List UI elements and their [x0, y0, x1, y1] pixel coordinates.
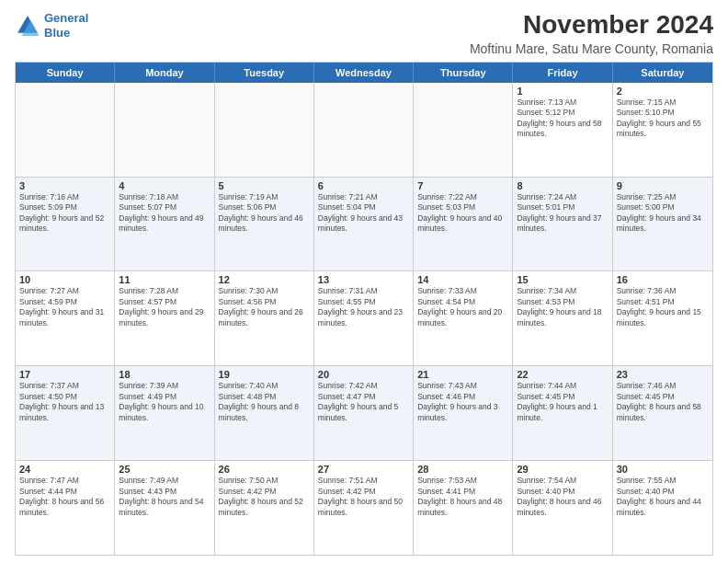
day-number: 2 [617, 86, 709, 97]
day-info: Sunrise: 7:15 AM Sunset: 5:10 PM Dayligh… [617, 98, 709, 140]
calendar-cell [16, 83, 115, 177]
calendar-cell: 1Sunrise: 7:13 AM Sunset: 5:12 PM Daylig… [513, 83, 612, 177]
calendar-cell [115, 83, 214, 177]
day-info: Sunrise: 7:53 AM Sunset: 4:41 PM Dayligh… [417, 476, 508, 518]
calendar-cell: 7Sunrise: 7:22 AM Sunset: 5:03 PM Daylig… [414, 178, 513, 271]
calendar-cell: 18Sunrise: 7:39 AM Sunset: 4:49 PM Dayli… [115, 366, 214, 460]
calendar-body: 1Sunrise: 7:13 AM Sunset: 5:12 PM Daylig… [16, 83, 712, 555]
calendar-cell: 26Sunrise: 7:50 AM Sunset: 4:42 PM Dayli… [215, 461, 314, 555]
day-number: 20 [318, 369, 409, 380]
calendar-cell: 19Sunrise: 7:40 AM Sunset: 4:48 PM Dayli… [215, 366, 314, 460]
day-number: 16 [617, 274, 709, 285]
calendar-cell: 15Sunrise: 7:34 AM Sunset: 4:53 PM Dayli… [513, 271, 612, 365]
calendar-row-5: 24Sunrise: 7:47 AM Sunset: 4:44 PM Dayli… [16, 461, 712, 555]
header-day-wednesday: Wednesday [314, 63, 414, 83]
day-number: 10 [19, 274, 110, 285]
calendar-cell: 14Sunrise: 7:33 AM Sunset: 4:54 PM Dayli… [414, 271, 513, 365]
day-info: Sunrise: 7:16 AM Sunset: 5:09 PM Dayligh… [19, 192, 110, 235]
day-number: 18 [119, 369, 210, 380]
day-info: Sunrise: 7:21 AM Sunset: 5:04 PM Dayligh… [318, 192, 409, 235]
day-info: Sunrise: 7:46 AM Sunset: 4:45 PM Dayligh… [617, 381, 709, 423]
calendar-cell: 6Sunrise: 7:21 AM Sunset: 5:04 PM Daylig… [314, 178, 414, 271]
calendar-cell: 10Sunrise: 7:27 AM Sunset: 4:59 PM Dayli… [16, 271, 115, 365]
calendar-cell: 5Sunrise: 7:19 AM Sunset: 5:06 PM Daylig… [215, 178, 314, 271]
page: General Blue November 2024 Moftinu Mare,… [0, 0, 728, 563]
header-day-saturday: Saturday [613, 63, 712, 83]
day-number: 13 [318, 274, 409, 285]
calendar-cell: 12Sunrise: 7:30 AM Sunset: 4:56 PM Dayli… [215, 271, 314, 365]
day-info: Sunrise: 7:37 AM Sunset: 4:50 PM Dayligh… [19, 381, 110, 423]
calendar-cell: 8Sunrise: 7:24 AM Sunset: 5:01 PM Daylig… [513, 178, 612, 271]
sub-title: Moftinu Mare, Satu Mare County, Romania [470, 41, 713, 56]
calendar-cell: 16Sunrise: 7:36 AM Sunset: 4:51 PM Dayli… [613, 271, 712, 365]
day-number: 8 [517, 180, 608, 191]
day-number: 29 [517, 464, 608, 475]
calendar-cell: 30Sunrise: 7:55 AM Sunset: 4:40 PM Dayli… [613, 461, 712, 555]
logo: General Blue [15, 11, 88, 40]
day-info: Sunrise: 7:19 AM Sunset: 5:06 PM Dayligh… [219, 192, 310, 235]
calendar-cell: 11Sunrise: 7:28 AM Sunset: 4:57 PM Dayli… [115, 271, 214, 365]
calendar-cell: 3Sunrise: 7:16 AM Sunset: 5:09 PM Daylig… [16, 178, 115, 271]
day-info: Sunrise: 7:30 AM Sunset: 4:56 PM Dayligh… [219, 286, 310, 328]
calendar-cell: 21Sunrise: 7:43 AM Sunset: 4:46 PM Dayli… [414, 366, 513, 460]
calendar-cell: 4Sunrise: 7:18 AM Sunset: 5:07 PM Daylig… [115, 178, 214, 271]
calendar-cell: 20Sunrise: 7:42 AM Sunset: 4:47 PM Dayli… [314, 366, 414, 460]
day-number: 17 [19, 369, 110, 380]
day-number: 9 [617, 180, 709, 191]
calendar-row-1: 1Sunrise: 7:13 AM Sunset: 5:12 PM Daylig… [16, 83, 712, 178]
day-info: Sunrise: 7:44 AM Sunset: 4:45 PM Dayligh… [517, 381, 608, 423]
day-number: 7 [417, 180, 508, 191]
day-number: 12 [219, 274, 310, 285]
calendar-cell [314, 83, 414, 177]
day-info: Sunrise: 7:42 AM Sunset: 4:47 PM Dayligh… [318, 381, 409, 423]
calendar-cell: 17Sunrise: 7:37 AM Sunset: 4:50 PM Dayli… [16, 366, 115, 460]
day-number: 30 [617, 464, 709, 475]
logo-blue: Blue [44, 26, 88, 40]
calendar-cell: 25Sunrise: 7:49 AM Sunset: 4:43 PM Dayli… [115, 461, 214, 555]
day-number: 21 [417, 369, 508, 380]
day-number: 22 [517, 369, 608, 380]
day-number: 15 [517, 274, 608, 285]
day-info: Sunrise: 7:51 AM Sunset: 4:42 PM Dayligh… [318, 476, 409, 518]
day-info: Sunrise: 7:54 AM Sunset: 4:40 PM Dayligh… [517, 476, 608, 518]
calendar-row-4: 17Sunrise: 7:37 AM Sunset: 4:50 PM Dayli… [16, 366, 712, 461]
calendar-cell: 29Sunrise: 7:54 AM Sunset: 4:40 PM Dayli… [513, 461, 612, 555]
calendar-row-3: 10Sunrise: 7:27 AM Sunset: 4:59 PM Dayli… [16, 271, 712, 366]
day-info: Sunrise: 7:13 AM Sunset: 5:12 PM Dayligh… [517, 98, 608, 140]
day-info: Sunrise: 7:31 AM Sunset: 4:55 PM Dayligh… [318, 286, 409, 328]
header-day-thursday: Thursday [414, 63, 513, 83]
header: General Blue November 2024 Moftinu Mare,… [15, 11, 713, 56]
calendar-cell [414, 83, 513, 177]
title-section: November 2024 Moftinu Mare, Satu Mare Co… [470, 11, 713, 56]
day-number: 4 [119, 180, 210, 191]
logo-icon [15, 13, 40, 39]
day-number: 26 [219, 464, 310, 475]
calendar-cell: 9Sunrise: 7:25 AM Sunset: 5:00 PM Daylig… [613, 178, 712, 271]
calendar-cell: 28Sunrise: 7:53 AM Sunset: 4:41 PM Dayli… [414, 461, 513, 555]
logo-general: General [44, 11, 88, 25]
calendar-cell: 24Sunrise: 7:47 AM Sunset: 4:44 PM Dayli… [16, 461, 115, 555]
day-info: Sunrise: 7:43 AM Sunset: 4:46 PM Dayligh… [417, 381, 508, 423]
header-day-friday: Friday [513, 63, 612, 83]
day-info: Sunrise: 7:49 AM Sunset: 4:43 PM Dayligh… [119, 476, 210, 518]
calendar-cell: 2Sunrise: 7:15 AM Sunset: 5:10 PM Daylig… [613, 83, 712, 177]
day-number: 24 [19, 464, 110, 475]
day-info: Sunrise: 7:47 AM Sunset: 4:44 PM Dayligh… [19, 476, 110, 518]
header-day-sunday: Sunday [16, 63, 115, 83]
header-day-tuesday: Tuesday [215, 63, 314, 83]
main-title: November 2024 [470, 11, 713, 40]
day-info: Sunrise: 7:24 AM Sunset: 5:01 PM Dayligh… [517, 192, 608, 235]
calendar: SundayMondayTuesdayWednesdayThursdayFrid… [15, 62, 713, 556]
day-info: Sunrise: 7:18 AM Sunset: 5:07 PM Dayligh… [119, 192, 210, 235]
day-info: Sunrise: 7:39 AM Sunset: 4:49 PM Dayligh… [119, 381, 210, 423]
day-number: 28 [417, 464, 508, 475]
day-number: 14 [417, 274, 508, 285]
calendar-cell: 23Sunrise: 7:46 AM Sunset: 4:45 PM Dayli… [613, 366, 712, 460]
logo-text: General Blue [44, 11, 88, 40]
day-info: Sunrise: 7:55 AM Sunset: 4:40 PM Dayligh… [617, 476, 709, 518]
day-info: Sunrise: 7:50 AM Sunset: 4:42 PM Dayligh… [219, 476, 310, 518]
day-info: Sunrise: 7:36 AM Sunset: 4:51 PM Dayligh… [617, 286, 709, 328]
day-number: 5 [219, 180, 310, 191]
calendar-cell: 22Sunrise: 7:44 AM Sunset: 4:45 PM Dayli… [513, 366, 612, 460]
day-number: 6 [318, 180, 409, 191]
